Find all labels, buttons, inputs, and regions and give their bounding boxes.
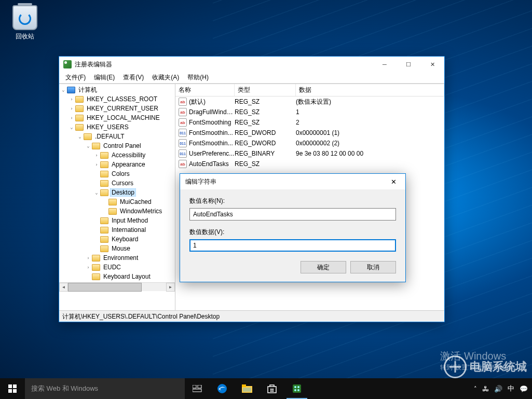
tree-toggle[interactable]: ⌄ xyxy=(77,134,83,139)
svg-rect-0 xyxy=(193,385,196,388)
binary-value-icon xyxy=(179,139,187,147)
folder-icon xyxy=(100,227,108,233)
svg-rect-7 xyxy=(268,387,276,393)
minimize-button[interactable]: ─ xyxy=(373,57,397,72)
tree-label: Keyboard Layout xyxy=(102,273,152,280)
menu-favorites[interactable]: 收藏夹(A) xyxy=(148,72,183,83)
taskbar-edge[interactable] xyxy=(210,378,235,399)
dialog-close-button[interactable]: ✕ xyxy=(381,174,405,189)
registry-value-row[interactable]: AutoEndTasksREG_SZ xyxy=(175,159,444,169)
ok-button[interactable]: 确定 xyxy=(301,261,346,273)
tree-cp-international[interactable]: International xyxy=(60,225,175,235)
menu-edit[interactable]: 编辑(E) xyxy=(90,72,119,83)
tree-toggle[interactable]: › xyxy=(69,106,75,111)
recycle-bin[interactable]: 回收站 xyxy=(5,5,45,41)
tree-cp-input-method[interactable]: Input Method xyxy=(60,216,175,225)
value-name-label: 数值名称(N): xyxy=(189,197,396,205)
tree-control-panel[interactable]: ⌄Control Panel xyxy=(60,141,175,150)
tree-label: Desktop xyxy=(110,188,136,197)
tree-cp-mouse[interactable]: Mouse xyxy=(60,244,175,253)
tree-label: Keyboard xyxy=(110,236,140,243)
tree-cp-desktop[interactable]: ⌄Desktop xyxy=(60,188,175,197)
folder-icon xyxy=(100,245,108,252)
svg-rect-11 xyxy=(272,391,274,392)
taskbar: 搜索 Web 和 Windows ˄ 🖧 🔊 中 💬 xyxy=(0,378,532,399)
tree-keyboard-layout[interactable]: Keyboard Layout xyxy=(60,272,175,281)
registry-value-row[interactable]: (默认)REG_SZ(数值未设置) xyxy=(175,97,444,107)
taskbar-regedit[interactable] xyxy=(284,378,309,399)
tree-cp-keyboard[interactable]: Keyboard xyxy=(60,235,175,244)
start-button[interactable] xyxy=(0,378,25,399)
value-name: (默认) xyxy=(189,97,235,107)
registry-value-row[interactable]: DragFullWindo...REG_SZ1 xyxy=(175,107,444,117)
tree-toggle[interactable]: › xyxy=(69,115,75,120)
tree-panel[interactable]: ⌄计算机›HKEY_CLASSES_ROOT›HKEY_CURRENT_USER… xyxy=(59,84,175,310)
tree-hive-0[interactable]: ›HKEY_CLASSES_ROOT xyxy=(60,94,175,104)
dialog-title: 编辑字符串 xyxy=(185,177,216,186)
taskbar-search[interactable]: 搜索 Web 和 Windows xyxy=(25,378,185,399)
menu-help[interactable]: 帮助(H) xyxy=(183,72,213,83)
tree-default[interactable]: ⌄.DEFAULT xyxy=(60,132,175,141)
volume-icon[interactable]: 🔊 xyxy=(494,385,502,393)
tree-desktop-windowmetrics[interactable]: WindowMetrics xyxy=(60,207,175,216)
tree-label: Input Method xyxy=(110,217,149,224)
tree-cp-cursors[interactable]: Cursors xyxy=(60,178,175,188)
scroll-left-button[interactable]: ◄ xyxy=(59,283,68,292)
col-header-data[interactable]: 数据 xyxy=(296,84,444,96)
col-header-name[interactable]: 名称 xyxy=(175,84,235,96)
statusbar: 计算机\HKEY_USERS\.DEFAULT\Control Panel\De… xyxy=(59,310,444,322)
dialog-titlebar[interactable]: 编辑字符串 ✕ xyxy=(180,174,405,189)
tree-toggle[interactable]: ⌄ xyxy=(69,125,75,130)
svg-point-13 xyxy=(294,386,296,388)
tree-toggle[interactable]: › xyxy=(85,255,91,260)
scroll-right-button[interactable]: ► xyxy=(166,283,175,292)
tree-cp-appearance[interactable]: ›Appearance xyxy=(60,160,175,169)
value-name: FontSmoothing xyxy=(189,118,235,127)
value-name-input[interactable] xyxy=(189,208,396,221)
col-header-type[interactable]: 类型 xyxy=(235,84,296,96)
tree-environment[interactable]: ›Environment xyxy=(60,253,175,263)
tray-overflow-button[interactable]: ˄ xyxy=(474,386,477,392)
svg-point-15 xyxy=(294,389,296,391)
tree-toggle[interactable]: › xyxy=(69,97,75,102)
registry-value-row[interactable]: UserPreferenc...REG_BINARY9e 3e 03 80 12… xyxy=(175,148,444,159)
tree-label: HKEY_CLASSES_ROOT xyxy=(85,95,159,103)
registry-value-row[interactable]: FontSmoothin...REG_DWORD0x00000001 (1) xyxy=(175,128,444,138)
taskbar-store[interactable] xyxy=(260,378,284,399)
tree-toggle[interactable]: ⌄ xyxy=(85,143,91,148)
value-data xyxy=(296,163,444,165)
close-button[interactable]: ✕ xyxy=(420,57,444,72)
titlebar[interactable]: 注册表编辑器 ─ ☐ ✕ xyxy=(59,57,444,72)
cancel-button[interactable]: 取消 xyxy=(350,261,396,273)
tree-cp-accessibility[interactable]: ›Accessibility xyxy=(60,150,175,160)
tree-eudc[interactable]: ›EUDC xyxy=(60,263,175,272)
search-placeholder: 搜索 Web 和 Windows xyxy=(31,384,98,393)
tree-hscrollbar[interactable]: ◄ ► xyxy=(59,282,175,291)
tree-toggle[interactable]: › xyxy=(93,162,100,167)
value-name: AutoEndTasks xyxy=(189,159,235,169)
registry-value-row[interactable]: FontSmoothin...REG_DWORD0x00000002 (2) xyxy=(175,138,444,148)
tree-toggle[interactable]: ⌄ xyxy=(93,190,100,195)
menu-view[interactable]: 查看(V) xyxy=(119,72,148,83)
value-type: REG_SZ xyxy=(235,118,296,127)
tree-cp-colors[interactable]: Colors xyxy=(60,169,175,178)
maximize-button[interactable]: ☐ xyxy=(397,57,420,72)
task-view-button[interactable] xyxy=(185,378,210,399)
tree-desktop-muicached[interactable]: MuiCached xyxy=(60,197,175,207)
tree-toggle[interactable]: › xyxy=(93,153,100,158)
menu-file[interactable]: 文件(F) xyxy=(61,72,90,83)
network-icon[interactable]: 🖧 xyxy=(482,385,489,393)
value-data-input[interactable] xyxy=(189,239,396,252)
registry-value-row[interactable]: FontSmoothingREG_SZ2 xyxy=(175,117,444,128)
notifications-icon[interactable]: 💬 xyxy=(520,385,528,393)
tree-hive-3[interactable]: ⌄HKEY_USERS xyxy=(60,122,175,132)
tree-hive-1[interactable]: ›HKEY_CURRENT_USER xyxy=(60,104,175,113)
tree-toggle[interactable]: › xyxy=(85,265,91,270)
tree-root[interactable]: ⌄计算机 xyxy=(60,85,175,94)
tree-label: Mouse xyxy=(110,245,132,252)
tree-toggle[interactable]: ⌄ xyxy=(60,87,66,92)
value-name: FontSmoothin... xyxy=(189,139,235,148)
ime-icon[interactable]: 中 xyxy=(508,384,514,393)
taskbar-file-explorer[interactable] xyxy=(235,378,260,399)
tree-hive-2[interactable]: ›HKEY_LOCAL_MACHINE xyxy=(60,113,175,122)
